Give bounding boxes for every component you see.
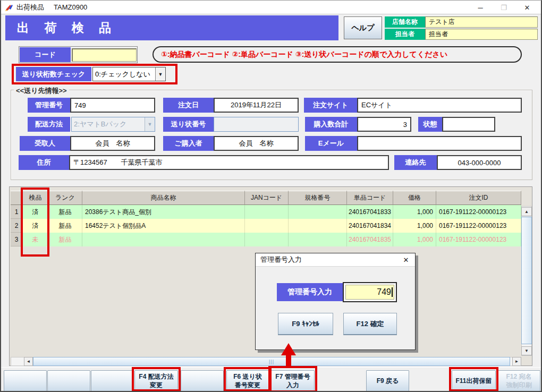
kanri-input-dialog: 管理番号入力 ✕ 管理番号入力 749 F9 ｷｬﾝｾﾙ F12 確定 <box>255 253 416 350</box>
confirm-button[interactable]: F12 確定 <box>343 313 397 335</box>
col-header-jan[interactable]: JANコード <box>245 191 289 205</box>
footer-button-empty <box>47 370 90 391</box>
kanri-label: 管理番号 <box>28 98 70 113</box>
cell-jan <box>245 219 289 233</box>
contact-value: 043-000-0000 <box>437 155 522 170</box>
cell-check: 済 <box>23 205 48 219</box>
f7-kanri-input-button[interactable]: F7 管理番号 入力 <box>271 370 315 391</box>
col-header-name[interactable]: 商品名称 <box>82 191 245 205</box>
qty-total-label: 購入数合計 <box>305 117 357 132</box>
chevron-down-icon: ▼ <box>145 117 155 131</box>
cell-check: 未 <box>23 233 48 246</box>
col-header-check[interactable]: 検品 <box>23 191 48 205</box>
close-icon[interactable]: ✕ <box>515 1 539 14</box>
text-caret <box>392 287 393 297</box>
footer-button-empty <box>4 370 47 391</box>
receiver-label: 受取人 <box>20 136 70 151</box>
order-date-label: 注文日 <box>163 98 214 113</box>
cell-check: 済 <box>23 219 48 233</box>
table-row[interactable]: 1 済 新品 20386テスト商品_個別 240167041833 1,000 … <box>10 205 521 219</box>
minimize-icon[interactable]: ─ <box>469 1 492 14</box>
order-site-label: 注文サイト <box>304 98 357 113</box>
cell-spec <box>289 233 347 246</box>
cell-order: 0167-191122-00000123 <box>436 219 521 233</box>
delivery-method-label: 配送方法 <box>28 117 70 132</box>
row-number: 1 <box>11 205 23 219</box>
f11-hold-shipment-button[interactable]: F11出荷保留 <box>452 370 496 391</box>
buyer-value: 会員 名称 <box>214 136 299 151</box>
footer-button-empty <box>181 370 224 391</box>
table-row[interactable]: 3 未 新品 240167041835 1,000 0167-191122-00… <box>10 233 521 246</box>
footer-button-empty <box>91 370 134 391</box>
horizontal-scroll-thumb[interactable]: ||| <box>33 357 510 366</box>
cell-unit: 240167041834 <box>347 219 393 233</box>
close-icon[interactable]: ✕ <box>397 253 415 267</box>
store-name-value: テスト店 <box>425 16 538 28</box>
table-header-row: 検品 ランク 商品名称 JANコード 規格番号 単品コード 価格 注文ID <box>10 191 521 205</box>
help-button[interactable]: ヘルプ <box>344 16 382 39</box>
kanri-input-frame: 749 <box>343 282 397 302</box>
dialog-titlebar: 管理番号入力 ✕ <box>256 253 415 267</box>
qty-total-value: 3 <box>357 117 411 132</box>
f9-back-button[interactable]: F9 戻る <box>366 370 409 391</box>
cell-order: 0167-191122-00000123 <box>436 205 521 219</box>
scroll-right-icon[interactable]: ► <box>512 357 521 366</box>
cell-order: 0167-191122-00000123 <box>436 233 521 246</box>
cell-jan <box>245 205 289 219</box>
code-label: コード <box>20 47 71 62</box>
kanri-input-value: 749 <box>377 287 391 297</box>
shipping-inspection-window: 出荷検品 TAMZ0900 ─ ❐ ✕ 出 荷 検 品 ヘルプ 店舗名称 テスト… <box>0 0 542 392</box>
cell-unit: 240167041833 <box>347 205 393 219</box>
delivery-method-dropdown: 2:ヤマトBパック ▼ <box>71 117 155 132</box>
kanri-input-field[interactable]: 749 <box>345 285 394 300</box>
status-value <box>442 117 495 132</box>
staff-label: 担当者 <box>385 29 425 40</box>
pointer-arrow-shaft <box>286 354 291 368</box>
cell-unit: 240167041835 <box>347 233 393 246</box>
col-header-price[interactable]: 価格 <box>393 191 436 205</box>
cell-name: 20386テスト商品_個別 <box>82 205 245 219</box>
barcode-instruction: ①:納品書バーコード ②:単品バーコード ③:送り状バーコードの順で入力してくだ… <box>153 46 522 63</box>
shipping-group-title: <<送り先情報>> <box>14 86 69 96</box>
scroll-left-icon[interactable]: ◄ <box>24 357 33 366</box>
col-header-order[interactable]: 注文ID <box>436 191 521 205</box>
page-title: 出 荷 検 品 <box>5 15 338 40</box>
digit-check-label: 送り状桁数チェック <box>16 67 91 81</box>
f12-force-print-button: F12 宛名 強制印刷 <box>497 370 540 391</box>
email-value <box>357 136 522 151</box>
scroll-up-icon[interactable]: ▲ <box>521 207 532 216</box>
table-row[interactable]: 2 済 新品 16452テスト個別品A 240167041834 1,000 0… <box>10 219 521 233</box>
order-date-value: 2019年11月22日 <box>214 98 299 113</box>
cell-name <box>82 233 245 246</box>
cancel-button[interactable]: F9 ｷｬﾝｾﾙ <box>278 313 333 335</box>
col-header-spec[interactable]: 規格番号 <box>289 191 347 205</box>
cell-rank: 新品 <box>48 205 82 219</box>
dialog-title: 管理番号入力 <box>260 255 397 265</box>
cell-spec <box>289 205 347 219</box>
cell-spec <box>289 219 347 233</box>
window-title: 出荷検品 <box>16 3 44 12</box>
titlebar: 出荷検品 TAMZ0900 ─ ❐ ✕ <box>1 1 541 14</box>
address-label: 住所 <box>19 155 69 170</box>
vertical-scroll-thumb[interactable] <box>521 217 532 344</box>
chevron-down-icon[interactable]: ▼ <box>155 67 165 81</box>
cell-rank: 新品 <box>48 233 82 246</box>
scroll-down-icon[interactable]: ▼ <box>521 346 532 355</box>
row-number: 3 <box>11 233 23 246</box>
delivery-method-value: 2:ヤマトBパック <box>72 120 145 129</box>
digit-check-dropdown[interactable]: 0:チェックしない ▼ <box>92 67 166 81</box>
order-site-value: ECサイト <box>357 98 522 113</box>
kanri-value: 749 <box>70 98 155 113</box>
f6-slip-change-button[interactable]: F6 送り状 番号変更 <box>226 370 269 391</box>
maximize-icon: ❐ <box>492 1 515 14</box>
slip-number-label: 送り状番号 <box>163 117 214 132</box>
cell-price: 1,000 <box>393 219 436 233</box>
f4-delivery-change-button[interactable]: F4 配送方法 変更 <box>134 370 178 391</box>
col-header-unit[interactable]: 単品コード <box>347 191 393 205</box>
col-header-rank[interactable]: ランク <box>48 191 82 205</box>
address-value: 〒1234567 千葉県千葉市 <box>69 155 389 170</box>
cell-rank: 新品 <box>48 219 82 233</box>
staff-value: 担当者 <box>425 29 538 40</box>
code-input[interactable] <box>72 48 137 62</box>
app-icon <box>5 3 13 12</box>
